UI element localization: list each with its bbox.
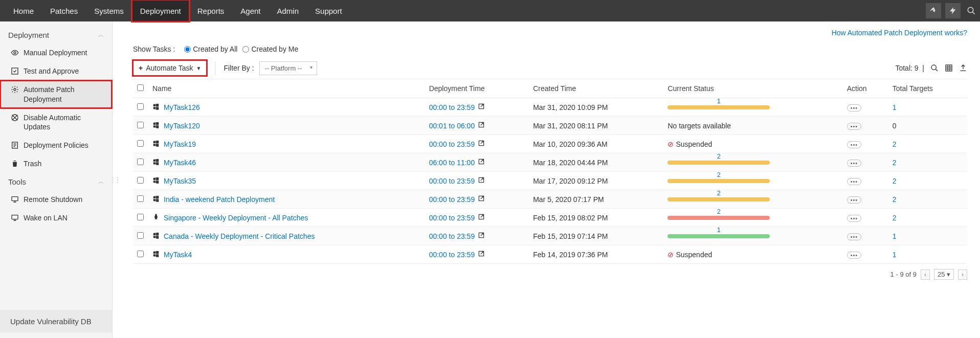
sidebar-item-wake-on-lan[interactable]: Wake on LAN: [0, 209, 112, 227]
deployment-time-link[interactable]: 00:00 to 23:59: [429, 195, 475, 204]
action-menu-button[interactable]: •••: [847, 123, 862, 130]
nav-patches[interactable]: Patches: [42, 0, 86, 21]
status-bar[interactable]: 1: [667, 105, 770, 109]
sidebar-section-tools[interactable]: Tools︿: [0, 173, 112, 190]
select-all-checkbox[interactable]: [137, 84, 144, 91]
update-vuln-db-button[interactable]: Update Vulnerability DB: [0, 310, 112, 333]
action-menu-button[interactable]: •••: [847, 252, 862, 259]
row-checkbox[interactable]: [137, 140, 144, 147]
task-name-link[interactable]: MyTask46: [164, 159, 196, 167]
nav-admin[interactable]: Admin: [269, 0, 307, 21]
search-icon[interactable]: [963, 0, 980, 21]
action-menu-button[interactable]: •••: [847, 215, 862, 222]
popout-icon[interactable]: [478, 158, 485, 165]
targets-link[interactable]: 1: [893, 232, 897, 240]
deployment-time-link[interactable]: 00:00 to 23:59: [429, 232, 475, 240]
task-name-link[interactable]: MyTask19: [164, 140, 196, 148]
task-name-link[interactable]: India - weekend Patch Deployment: [164, 195, 275, 204]
popout-icon[interactable]: [478, 140, 485, 147]
sidebar-item-disable-automatic-updates[interactable]: Disable Automatic Updates: [0, 108, 112, 136]
nav-home[interactable]: Home: [5, 0, 42, 21]
targets-link[interactable]: 2: [893, 214, 897, 222]
col-deployment-time[interactable]: Deployment Time: [425, 79, 529, 98]
action-menu-button[interactable]: •••: [847, 141, 862, 148]
help-link[interactable]: How Automated Patch Deployment works?: [133, 27, 967, 42]
popout-icon[interactable]: [478, 250, 485, 257]
platform-select[interactable]: -- Platform --: [259, 61, 317, 75]
row-checkbox[interactable]: [137, 214, 144, 220]
col-status[interactable]: Current Status: [663, 79, 842, 98]
deployment-time-link[interactable]: 00:00 to 23:59: [429, 177, 475, 185]
sidebar-item-deployment-policies[interactable]: Deployment Policies: [0, 136, 112, 154]
row-checkbox[interactable]: [137, 251, 144, 257]
sidebar-section-deployment[interactable]: Deployment︿: [0, 27, 112, 43]
task-name-link[interactable]: MyTask4: [164, 251, 192, 259]
row-checkbox[interactable]: [137, 177, 144, 184]
automate-task-button[interactable]: + Automate Task ▼: [133, 60, 207, 76]
nav-deployment[interactable]: Deployment: [132, 0, 189, 21]
task-name-link[interactable]: MyTask120: [164, 122, 200, 130]
targets-link[interactable]: 1: [893, 251, 897, 259]
sidebar-item-remote-shutdown[interactable]: Remote Shutdown: [0, 190, 112, 209]
popout-icon[interactable]: [478, 195, 485, 202]
next-page-button[interactable]: ›: [958, 269, 967, 280]
col-action[interactable]: Action: [843, 79, 888, 98]
export-icon[interactable]: [959, 64, 967, 72]
resize-handle-icon[interactable]: ⋮⋮: [113, 176, 120, 184]
deployment-time-link[interactable]: 06:00 to 11:00: [429, 159, 475, 167]
status-bar[interactable]: 2: [667, 179, 770, 183]
targets-link[interactable]: 1: [893, 103, 897, 111]
col-name[interactable]: Name: [148, 79, 425, 98]
task-name-link[interactable]: Canada - Weekly Deployment - Critical Pa…: [164, 232, 315, 240]
row-checkbox[interactable]: [137, 159, 144, 165]
deployment-time-link[interactable]: 00:00 to 23:59: [429, 103, 475, 111]
nav-support[interactable]: Support: [307, 0, 350, 21]
row-checkbox[interactable]: [137, 122, 144, 128]
deployment-time-link[interactable]: 00:00 to 23:59: [429, 214, 475, 222]
bolt-icon[interactable]: [945, 3, 961, 18]
radio-created-by-all[interactable]: [184, 46, 191, 53]
col-targets[interactable]: Total Targets: [888, 79, 967, 98]
nav-reports[interactable]: Reports: [189, 0, 233, 21]
task-name-link[interactable]: MyTask35: [164, 177, 196, 185]
deployment-time-link[interactable]: 00:00 to 23:59: [429, 251, 475, 259]
task-name-link[interactable]: Singapore - Weekly Deployment - All Patc…: [164, 214, 308, 222]
page-size-select[interactable]: 25 ▾: [934, 269, 954, 280]
deployment-time-link[interactable]: 00:00 to 23:59: [429, 140, 475, 148]
sidebar-item-trash[interactable]: Trash: [0, 154, 112, 173]
col-created-time[interactable]: Created Time: [529, 79, 663, 98]
action-menu-button[interactable]: •••: [847, 233, 862, 240]
rocket-icon[interactable]: [926, 3, 941, 18]
nav-systems[interactable]: Systems: [86, 0, 132, 21]
status-bar[interactable]: 2: [667, 197, 770, 201]
popout-icon[interactable]: [478, 232, 485, 239]
popout-icon[interactable]: [478, 121, 485, 128]
radio-created-by-me[interactable]: [242, 46, 249, 53]
action-menu-button[interactable]: •••: [847, 160, 862, 167]
status-bar[interactable]: 2: [667, 216, 770, 220]
popout-icon[interactable]: [478, 213, 485, 220]
targets-link[interactable]: 2: [893, 195, 897, 204]
sidebar-item-test-and-approve[interactable]: Test and Approve: [0, 62, 112, 80]
popout-icon[interactable]: [478, 176, 485, 184]
action-menu-button[interactable]: •••: [847, 104, 862, 111]
sidebar-item-automate-patch-deployment[interactable]: Automate Patch Deployment: [0, 80, 112, 108]
action-menu-button[interactable]: •••: [847, 178, 862, 185]
search-icon[interactable]: [930, 64, 939, 72]
row-checkbox[interactable]: [137, 103, 144, 110]
action-menu-button[interactable]: •••: [847, 196, 862, 204]
targets-link[interactable]: 2: [893, 140, 897, 148]
task-name-link[interactable]: MyTask126: [164, 103, 200, 111]
status-bar[interactable]: 2: [667, 161, 770, 165]
targets-link[interactable]: 2: [893, 177, 897, 185]
row-checkbox[interactable]: [137, 195, 144, 202]
targets-link[interactable]: 2: [893, 159, 897, 167]
popout-icon[interactable]: [478, 103, 485, 110]
row-checkbox[interactable]: [137, 232, 144, 239]
grid-icon[interactable]: [945, 64, 953, 72]
prev-page-button[interactable]: ‹: [921, 269, 930, 280]
sidebar-item-manual-deployment[interactable]: Manual Deployment: [0, 43, 112, 62]
status-bar[interactable]: 1: [667, 234, 770, 238]
nav-agent[interactable]: Agent: [232, 0, 269, 21]
deployment-time-link[interactable]: 00:01 to 06:00: [429, 122, 475, 130]
